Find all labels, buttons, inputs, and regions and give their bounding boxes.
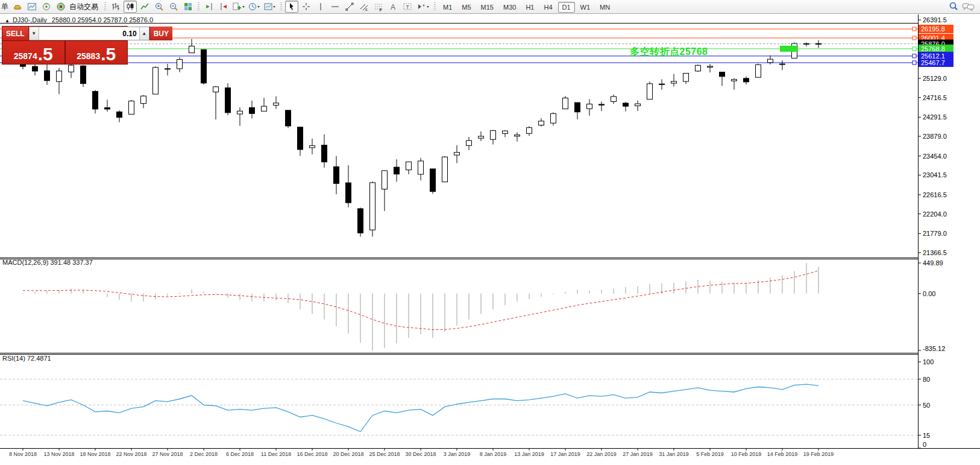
crosshair-icon[interactable] [300,1,313,13]
svg-text:3 Jan 2019: 3 Jan 2019 [444,451,471,457]
charts-window-icon[interactable] [25,1,39,13]
market-watch-icon[interactable] [40,1,53,13]
tile-windows-icon[interactable] [181,1,195,13]
svg-text:22204.0: 22204.0 [923,210,947,218]
svg-text:13 Jan 2019: 13 Jan 2019 [514,451,544,457]
timeframe-m15[interactable]: M15 [477,2,498,13]
svg-text:24291.5: 24291.5 [923,113,947,121]
buy-price-display[interactable]: 25883 .5 [66,41,128,64]
periods-icon[interactable] [247,1,262,13]
autotrading-label[interactable]: 自动交易 [69,2,98,12]
text-icon[interactable]: A [386,1,400,13]
svg-text:21779.0: 21779.0 [923,230,947,237]
svg-text:25 Dec 2018: 25 Dec 2018 [369,451,400,457]
candlestick-chart-icon[interactable] [124,1,137,13]
autotrading-icon[interactable] [54,1,68,13]
collapse-triangle-icon[interactable]: ▲ [5,18,10,24]
volume-input[interactable] [39,27,139,40]
annotation-text[interactable]: 多空转折点25768 [630,46,708,59]
timeframe-w1[interactable]: W1 [576,2,595,13]
svg-text:23879.0: 23879.0 [923,133,947,140]
indicators-add-icon[interactable] [231,1,246,13]
svg-text:13 Nov 2018: 13 Nov 2018 [43,451,74,457]
macd-label: MACD(12,26,9) 391.48 337.37 [2,259,93,266]
volume-increase-button[interactable]: ▲ [139,27,149,40]
chart-title: ▲DJ30-,Daily25880.0 25954.0 25787.0 2587… [5,16,153,24]
zoom-out-icon[interactable] [167,1,180,13]
new-order-icon[interactable] [11,1,24,13]
svg-text:11 Dec 2018: 11 Dec 2018 [261,451,291,457]
svg-text:26195.8: 26195.8 [921,25,945,33]
rsi-level-lines [0,379,918,435]
svg-text:23041.5: 23041.5 [923,171,947,179]
timeframe-m1[interactable]: M1 [439,2,456,13]
text-label-icon[interactable]: T [401,1,414,13]
templates-icon[interactable] [263,1,277,13]
svg-text:25467.7: 25467.7 [921,59,945,66]
svg-text:0.00: 0.00 [923,290,935,297]
auto-scroll-icon[interactable] [203,1,216,13]
arrows-icon[interactable] [415,1,431,13]
svg-text:31 Jan 2019: 31 Jan 2019 [659,451,689,457]
time-axis[interactable]: 8 Nov 201813 Nov 201818 Nov 201822 Nov 2… [9,448,834,457]
mt4-window: 单 自动交易 [0,0,980,465]
toolbar-grip [434,2,436,11]
chat-icon[interactable] [961,1,976,13]
volume-decrease-button[interactable]: ▼ [30,27,39,40]
timeframe-toolbar: M1M5M15M30H1H4D1W1MN [438,1,615,12]
highlight-bar[interactable] [780,46,798,52]
sell-button[interactable]: SELL [2,27,29,40]
svg-text:14 Feb 2019: 14 Feb 2019 [767,451,798,457]
svg-text:50: 50 [923,402,930,409]
line-chart-icon[interactable] [138,1,151,13]
svg-text:17 Jan 2019: 17 Jan 2019 [550,451,580,457]
macd-pane[interactable] [23,263,818,350]
buy-button[interactable]: BUY [149,27,172,40]
chart-shift-icon[interactable] [217,1,230,13]
svg-text:10 Feb 2019: 10 Feb 2019 [731,451,762,457]
toolbar-grip [198,2,199,11]
price-axis[interactable]: 26391.525129.024716.524291.523879.023454… [918,16,953,256]
equidistant-channel-icon[interactable]: E [357,1,371,13]
svg-text:16 Dec 2018: 16 Dec 2018 [297,451,327,457]
svg-text:25129.0: 25129.0 [923,75,947,82]
chart-canvas[interactable]: 26391.525129.024716.524291.523879.023454… [0,0,980,465]
chart-ohlc-values: 25880.0 25954.0 25787.0 25876.0 [52,16,153,24]
bar-chart-icon[interactable] [109,1,122,13]
svg-text:22616.5: 22616.5 [923,191,947,198]
sell-price-display[interactable]: 25874 .5 [2,41,64,64]
trend-line-icon[interactable] [343,1,356,13]
pane-frames [0,14,980,449]
timeframe-h1[interactable]: H1 [521,2,538,13]
rsi-axis[interactable]: 1008050150 [918,358,934,448]
new-order-label[interactable]: 单 [1,2,8,12]
search-icon[interactable] [947,1,960,13]
svg-text:20 Dec 2018: 20 Dec 2018 [333,451,363,457]
svg-text:18 Nov 2018: 18 Nov 2018 [80,451,110,457]
timeframe-m30[interactable]: M30 [499,2,520,13]
timeframe-h4[interactable]: H4 [539,2,556,13]
svg-text:23454.0: 23454.0 [923,153,947,160]
svg-text:30 Dec 2018: 30 Dec 2018 [405,451,436,457]
sell-price-fraction: .5 [38,46,53,62]
zoom-in-icon[interactable] [152,1,166,13]
svg-text:T: T [406,4,410,10]
svg-text:8 Jan 2019: 8 Jan 2019 [480,451,507,457]
horizontal-line-icon[interactable] [328,1,342,13]
vertical-line-icon[interactable] [314,1,327,13]
fibonacci-icon[interactable]: F [372,1,385,13]
macd-axis[interactable]: 449.890.00-835.12 [918,259,945,352]
timeframe-d1[interactable]: D1 [558,2,575,13]
cursor-icon[interactable] [285,1,298,13]
svg-text:27 Jan 2019: 27 Jan 2019 [623,451,653,457]
svg-text:2 Dec 2018: 2 Dec 2018 [190,451,218,457]
candles [20,39,821,237]
timeframe-m5[interactable]: M5 [457,2,475,13]
svg-text:27 Nov 2018: 27 Nov 2018 [152,451,183,457]
svg-text:449.89: 449.89 [923,259,943,267]
svg-text:22 Jan 2019: 22 Jan 2019 [586,451,617,457]
svg-text:19 Feb 2019: 19 Feb 2019 [803,451,834,457]
svg-text:24716.5: 24716.5 [923,94,947,101]
timeframe-mn[interactable]: MN [595,2,614,13]
one-click-trading-panel: SELL ▼ ▲ BUY 25874 .5 25883 .5 [2,26,128,65]
